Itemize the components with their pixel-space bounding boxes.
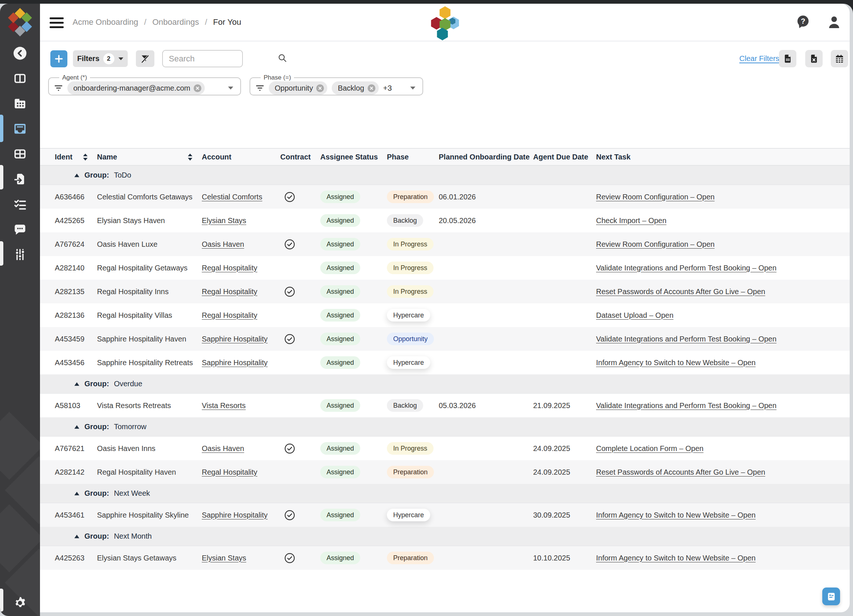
account-link[interactable]: Oasis Haven <box>202 444 244 453</box>
table-row[interactable]: A282142 Regal Hospitality Haven Regal Ho… <box>40 460 850 484</box>
export-excel-button[interactable] <box>805 50 823 67</box>
account-link[interactable]: Sapphire Hospitality <box>202 359 268 367</box>
clear-filter-funnel-button[interactable] <box>136 50 154 67</box>
table-row[interactable]: A453456 Sapphire Hospitality Retreats Sa… <box>40 351 850 374</box>
sidebar-item-import[interactable] <box>0 166 40 192</box>
account-link[interactable]: Regal Hospitality <box>202 311 257 319</box>
sidebar-item-properties[interactable] <box>0 91 40 116</box>
feedback-button[interactable] <box>822 587 840 605</box>
next-task-link[interactable]: Reset Passwords of Accounts After Go Liv… <box>596 468 765 476</box>
sort-icon[interactable] <box>187 153 193 161</box>
clear-filters-link[interactable]: Clear Filters <box>739 54 779 63</box>
sort-icon[interactable] <box>83 153 88 161</box>
account-link[interactable]: Sapphire Hospitality <box>202 511 268 519</box>
group-header-row[interactable]: Group: Next Month <box>40 527 850 546</box>
chip-remove-icon[interactable] <box>193 84 202 92</box>
next-task-link[interactable]: Check Import – Open <box>596 216 666 225</box>
cell-ident: A58103 <box>55 401 97 410</box>
sidebar-item-inbox-active[interactable] <box>0 116 40 141</box>
column-header-planned-date[interactable]: Planned Onboarding Date <box>439 153 533 161</box>
table-row[interactable]: A767624 Oasis Haven Luxe Oasis Haven Ass… <box>40 232 850 256</box>
phase-more-count: +3 <box>383 83 392 92</box>
column-header-next-task[interactable]: Next Task <box>596 153 841 161</box>
column-header-assignee-status[interactable]: Assignee Status <box>320 153 387 161</box>
column-header-agent-due[interactable]: Agent Due Date <box>533 153 596 161</box>
sidebar-item-boards[interactable] <box>0 66 40 91</box>
next-task-link[interactable]: Validate Integrations and Perform Test B… <box>596 264 776 272</box>
column-header-phase[interactable]: Phase <box>387 153 439 161</box>
chip-remove-icon[interactable] <box>367 84 376 92</box>
account-link[interactable]: Elysian Stays <box>202 216 246 225</box>
account-link[interactable]: Regal Hospitality <box>202 264 257 272</box>
breadcrumb-item-onboardings[interactable]: Onboardings <box>152 17 199 27</box>
account-link[interactable]: Regal Hospitality <box>202 288 257 296</box>
column-header-contract[interactable]: Contract <box>280 153 320 161</box>
group-header-row[interactable]: Group: Next Week <box>40 484 850 503</box>
account-link[interactable]: Elysian Stays <box>202 554 246 562</box>
phase-dropdown-caret[interactable] <box>410 86 417 90</box>
cell-ident: A453456 <box>55 359 97 367</box>
group-header-row[interactable]: Group: Overdue <box>40 374 850 394</box>
filters-button[interactable]: Filters 2 <box>73 50 128 67</box>
sidebar-item-table[interactable] <box>0 141 40 166</box>
account-link[interactable]: Sapphire Hospitality <box>202 335 268 343</box>
table-row[interactable]: A282135 Regal Hospitality Inns Regal Hos… <box>40 280 850 303</box>
table-row[interactable]: A425265 Elysian Stays Haven Elysian Stay… <box>40 209 850 232</box>
search-input[interactable] <box>163 54 278 64</box>
next-task-link[interactable]: Review Room Configuration – Open <box>596 193 715 201</box>
profile-button[interactable] <box>827 15 841 29</box>
next-task-link[interactable]: Inform Agency to Switch to New Website –… <box>596 359 756 367</box>
account-link[interactable]: Celestial Comforts <box>202 193 262 201</box>
column-header-account[interactable]: Account <box>202 153 280 161</box>
table-row[interactable]: A282140 Regal Hospitality Getaways Regal… <box>40 256 850 280</box>
next-task-link[interactable]: Dataset Upload – Open <box>596 311 674 319</box>
next-task-link[interactable]: Review Room Configuration – Open <box>596 240 715 248</box>
account-link[interactable]: Vista Resorts <box>202 401 246 410</box>
app-logo[interactable] <box>0 4 40 41</box>
table-row[interactable]: A453459 Sapphire Hospitality Haven Sapph… <box>40 327 850 351</box>
breadcrumb-item-root[interactable]: Acme Onboarding <box>73 17 138 27</box>
collapse-triangle-icon[interactable] <box>74 534 80 539</box>
table-row[interactable]: A282136 Regal Hospitality Villas Regal H… <box>40 303 850 327</box>
next-task-link[interactable]: Reset Passwords of Accounts After Go Liv… <box>596 288 765 296</box>
account-link[interactable]: Oasis Haven <box>202 240 244 248</box>
sidebar-collapse-button[interactable] <box>0 41 40 66</box>
sidebar-item-comments[interactable] <box>0 217 40 242</box>
add-button[interactable] <box>50 50 67 67</box>
next-task-link[interactable]: Inform Agency to Switch to New Website –… <box>596 511 756 519</box>
column-header-name[interactable]: Name <box>97 153 202 161</box>
account-link[interactable]: Regal Hospitality <box>202 468 257 476</box>
menu-button[interactable] <box>50 17 64 28</box>
next-task-link[interactable]: Validate Integrations and Perform Test B… <box>596 401 776 410</box>
group-header-row[interactable]: Group: Tomorrow <box>40 417 850 437</box>
agent-filter-field[interactable]: Agent (*) onboardering-manager@acme.com <box>48 74 241 95</box>
table-row[interactable]: A425263 Elysian Stays Getaways Elysian S… <box>40 546 850 570</box>
next-task-link[interactable]: Complete Location Form – Open <box>596 444 703 453</box>
collapse-triangle-icon[interactable] <box>74 491 80 496</box>
nav-active-indicator <box>0 115 3 142</box>
chip-remove-icon[interactable] <box>316 84 324 92</box>
column-header-ident[interactable]: Ident <box>55 153 97 161</box>
table-row[interactable]: A767621 Oasis Haven Inns Oasis Haven Ass… <box>40 437 850 460</box>
sidebar-item-settings[interactable] <box>0 591 40 614</box>
sidebar-item-sliders[interactable] <box>0 242 40 267</box>
file-excel-icon <box>809 54 819 64</box>
next-task-link[interactable]: Inform Agency to Switch to New Website –… <box>596 554 756 562</box>
next-task-link[interactable]: Validate Integrations and Perform Test B… <box>596 335 776 343</box>
table-row[interactable]: A58103 Vista Resorts Retreats Vista Reso… <box>40 394 850 417</box>
group-header-row[interactable]: Group: ToDo <box>40 166 850 185</box>
gear-icon <box>12 595 27 610</box>
export-report-button[interactable] <box>779 50 796 67</box>
collapse-triangle-icon[interactable] <box>74 382 80 386</box>
collapse-triangle-icon[interactable] <box>74 425 80 429</box>
agent-dropdown-caret[interactable] <box>228 86 235 90</box>
search-icon[interactable] <box>278 53 287 64</box>
sidebar-item-checklist[interactable] <box>0 192 40 217</box>
collapse-triangle-icon[interactable] <box>74 173 80 178</box>
table-row[interactable]: A453461 Sapphire Hospitality Skyline Sap… <box>40 503 850 527</box>
help-button[interactable]: ? <box>795 14 811 30</box>
export-calendar-button[interactable] <box>831 50 848 67</box>
cell-ident: A282142 <box>55 468 97 477</box>
table-row[interactable]: A636466 Celestial Comforts Getaways Cele… <box>40 185 850 209</box>
phase-filter-field[interactable]: Phase (=) Opportunity <box>249 74 423 95</box>
